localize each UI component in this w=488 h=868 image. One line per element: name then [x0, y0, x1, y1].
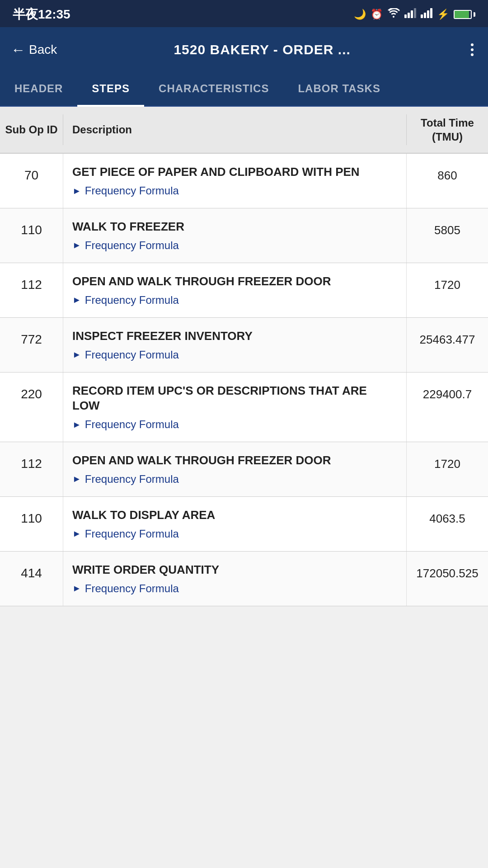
- status-time: 半夜12:35: [13, 6, 70, 23]
- row-subop-3: 772: [0, 318, 63, 372]
- frequency-formula-label-2: Frequency Formula: [85, 294, 179, 307]
- row-desc-4: RECORD ITEM UPC'S OR DESCRIPTIONS THAT A…: [63, 373, 407, 442]
- battery-icon: [454, 10, 475, 19]
- frequency-formula-4[interactable]: ► Frequency Formula: [72, 418, 397, 431]
- svg-rect-6: [427, 10, 429, 18]
- row-desc-title-7: WRITE ORDER QUANTITY: [72, 562, 397, 578]
- row-time-2: 1720: [407, 263, 488, 317]
- back-button[interactable]: ← Back: [11, 42, 57, 58]
- svg-rect-5: [424, 13, 426, 18]
- table-header: Sub Op ID Description Total Time (TMU): [0, 107, 488, 154]
- frequency-formula-label-0: Frequency Formula: [85, 184, 179, 197]
- frequency-formula-label-1: Frequency Formula: [85, 239, 179, 252]
- frequency-formula-label-6: Frequency Formula: [85, 528, 179, 540]
- tab-characteristics[interactable]: CHARACTERISTICS: [144, 72, 283, 106]
- table-row: 772 INSPECT FREEZER INVENTORY ► Frequenc…: [0, 318, 488, 373]
- steps-table: Sub Op ID Description Total Time (TMU) 7…: [0, 107, 488, 606]
- freq-arrow-icon-5: ►: [72, 474, 81, 484]
- table-row: 112 OPEN AND WALK THROUGH FREEZER DOOR ►…: [0, 263, 488, 318]
- row-time-4: 229400.7: [407, 373, 488, 442]
- freq-arrow-icon-6: ►: [72, 528, 81, 539]
- more-menu-button[interactable]: [467, 40, 477, 60]
- row-desc-title-4: RECORD ITEM UPC'S OR DESCRIPTIONS THAT A…: [72, 383, 397, 414]
- frequency-formula-label-7: Frequency Formula: [85, 582, 179, 595]
- row-desc-0: GET PIECE OF PAPER AND CLIPBOARD WITH PE…: [63, 154, 407, 208]
- frequency-formula-label-5: Frequency Formula: [85, 473, 179, 486]
- back-label: Back: [29, 42, 57, 57]
- table-row: 414 WRITE ORDER QUANTITY ► Frequency For…: [0, 552, 488, 606]
- freq-arrow-icon-1: ►: [72, 240, 81, 250]
- row-desc-5: OPEN AND WALK THROUGH FREEZER DOOR ► Fre…: [63, 442, 407, 496]
- row-time-0: 860: [407, 154, 488, 208]
- charging-icon: ⚡: [437, 9, 449, 20]
- frequency-formula-1[interactable]: ► Frequency Formula: [72, 239, 397, 252]
- svg-rect-4: [421, 14, 423, 18]
- frequency-formula-6[interactable]: ► Frequency Formula: [72, 528, 397, 540]
- signal2-icon: [421, 8, 432, 21]
- row-desc-3: INSPECT FREEZER INVENTORY ► Frequency Fo…: [63, 318, 407, 372]
- col-header-description: Description: [63, 114, 407, 145]
- row-subop-2: 112: [0, 263, 63, 317]
- col-header-subop: Sub Op ID: [0, 114, 63, 145]
- signal1-icon: [404, 8, 416, 21]
- row-desc-title-5: OPEN AND WALK THROUGH FREEZER DOOR: [72, 453, 397, 468]
- row-subop-1: 110: [0, 208, 63, 263]
- table-row: 70 GET PIECE OF PAPER AND CLIPBOARD WITH…: [0, 154, 488, 208]
- tab-labor-tasks[interactable]: LABOR TASKS: [283, 72, 395, 106]
- toolbar: ← Back 1520 BAKERY - ORDER ...: [0, 27, 488, 72]
- tab-steps[interactable]: STEPS: [77, 72, 144, 107]
- svg-rect-2: [411, 10, 413, 18]
- frequency-formula-0[interactable]: ► Frequency Formula: [72, 184, 397, 197]
- row-time-1: 5805: [407, 208, 488, 263]
- row-time-3: 25463.477: [407, 318, 488, 372]
- status-bar: 半夜12:35 🌙 ⏰: [0, 0, 488, 27]
- svg-rect-1: [408, 13, 410, 18]
- row-desc-title-2: OPEN AND WALK THROUGH FREEZER DOOR: [72, 274, 397, 289]
- moon-icon: 🌙: [354, 9, 366, 20]
- freq-arrow-icon-7: ►: [72, 583, 81, 594]
- freq-arrow-icon-3: ►: [72, 349, 81, 360]
- row-desc-title-1: WALK TO FREEZER: [72, 219, 397, 235]
- row-desc-6: WALK TO DISPLAY AREA ► Frequency Formula: [63, 497, 407, 551]
- table-row: 110 WALK TO FREEZER ► Frequency Formula …: [0, 208, 488, 263]
- table-body: 70 GET PIECE OF PAPER AND CLIPBOARD WITH…: [0, 154, 488, 606]
- table-row: 220 RECORD ITEM UPC'S OR DESCRIPTIONS TH…: [0, 373, 488, 443]
- svg-rect-7: [430, 8, 432, 18]
- row-subop-4: 220: [0, 373, 63, 442]
- tab-header[interactable]: HEADER: [0, 72, 77, 106]
- freq-arrow-icon-0: ►: [72, 186, 81, 196]
- frequency-formula-label-3: Frequency Formula: [85, 349, 179, 361]
- row-desc-7: WRITE ORDER QUANTITY ► Frequency Formula: [63, 552, 407, 606]
- row-subop-5: 112: [0, 442, 63, 496]
- frequency-formula-7[interactable]: ► Frequency Formula: [72, 582, 397, 595]
- alarm-icon: ⏰: [371, 9, 383, 20]
- frequency-formula-3[interactable]: ► Frequency Formula: [72, 349, 397, 361]
- table-row: 110 WALK TO DISPLAY AREA ► Frequency For…: [0, 497, 488, 552]
- frequency-formula-2[interactable]: ► Frequency Formula: [72, 294, 397, 307]
- toolbar-title: 1520 BAKERY - ORDER ...: [57, 42, 467, 57]
- frequency-formula-label-4: Frequency Formula: [85, 418, 179, 431]
- col-header-total-time: Total Time (TMU): [407, 107, 488, 153]
- freq-arrow-icon-4: ►: [72, 420, 81, 430]
- row-time-6: 4063.5: [407, 497, 488, 551]
- dot2: [471, 48, 474, 51]
- back-arrow-icon: ←: [11, 42, 25, 58]
- svg-rect-0: [404, 14, 407, 18]
- tab-bar: HEADER STEPS CHARACTERISTICS LABOR TASKS: [0, 72, 488, 107]
- svg-rect-3: [414, 8, 416, 18]
- row-subop-6: 110: [0, 497, 63, 551]
- row-subop-0: 70: [0, 154, 63, 208]
- frequency-formula-5[interactable]: ► Frequency Formula: [72, 473, 397, 486]
- dot3: [471, 53, 474, 56]
- row-time-7: 172050.525: [407, 552, 488, 606]
- row-desc-title-3: INSPECT FREEZER INVENTORY: [72, 329, 397, 344]
- row-time-5: 1720: [407, 442, 488, 496]
- status-icons: 🌙 ⏰ ⚡: [354, 8, 475, 21]
- row-desc-1: WALK TO FREEZER ► Frequency Formula: [63, 208, 407, 263]
- dot1: [471, 43, 474, 46]
- wifi-icon: [387, 8, 400, 21]
- row-desc-2: OPEN AND WALK THROUGH FREEZER DOOR ► Fre…: [63, 263, 407, 317]
- row-desc-title-0: GET PIECE OF PAPER AND CLIPBOARD WITH PE…: [72, 165, 397, 180]
- table-row: 112 OPEN AND WALK THROUGH FREEZER DOOR ►…: [0, 442, 488, 497]
- row-subop-7: 414: [0, 552, 63, 606]
